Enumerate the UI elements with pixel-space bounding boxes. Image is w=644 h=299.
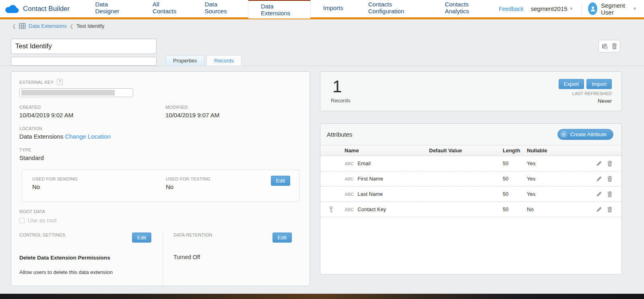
feedback-link[interactable]: Feedback — [499, 6, 523, 12]
trash-icon[interactable] — [607, 160, 613, 167]
nav-item-imports[interactable]: Imports — [311, 0, 356, 17]
top-navbar: Contact Builder Data Designer All Contac… — [0, 0, 644, 17]
used-for-sending-value: No — [32, 183, 166, 190]
delete-permissions-desc: Allow users to delete this data extensio… — [19, 269, 151, 276]
location-value: Data Extensions — [19, 133, 63, 140]
used-for-testing-label: USED FOR TESTING — [166, 176, 211, 181]
attribute-nullable: Yes — [527, 191, 571, 197]
modified-label: MODIFIED — [165, 105, 219, 110]
help-icon[interactable]: ? — [57, 79, 63, 85]
attribute-length: 50 — [503, 191, 527, 197]
records-summary-card: 1 Records Export Import LAST REFRESHED N… — [320, 71, 622, 111]
tab-properties[interactable]: Properties — [165, 55, 204, 66]
external-key-redacted-value — [21, 90, 115, 96]
use-as-root-label: Use as root — [28, 217, 57, 224]
data-retention-label: DATA RETENTION — [173, 233, 213, 237]
records-label: Records — [331, 98, 612, 104]
breadcrumb-current: Test Identify — [76, 23, 104, 29]
edit-pencil-icon[interactable] — [596, 160, 602, 167]
trash-icon[interactable] — [607, 176, 613, 182]
chevron-down-icon: ▼ — [570, 6, 574, 11]
chevron-down-icon: ▼ — [633, 6, 637, 11]
nav-tabs: Data Designer All Contacts Data Sources … — [83, 0, 499, 19]
type-label: TYPE — [19, 147, 301, 152]
primary-key-icon — [329, 206, 333, 213]
user-name: Segment User — [601, 2, 629, 16]
attribute-length: 50 — [503, 206, 527, 212]
title-area: Properties Records — [11, 39, 633, 66]
nav-item-data-sources[interactable]: Data Sources — [192, 0, 248, 17]
attribute-nullable: Yes — [527, 176, 571, 182]
plus-icon: + — [560, 131, 567, 138]
export-button[interactable]: Export — [559, 79, 584, 89]
last-refreshed-label: LAST REFRESHED — [572, 91, 612, 96]
nav-item-all-contacts[interactable]: All Contacts — [140, 0, 192, 17]
change-location-link[interactable]: Change Location — [65, 133, 110, 140]
delete-permissions-title: Delete Data Extension Permissions — [19, 255, 151, 261]
breadcrumb: ❮ Data Extensions ❮ Test Identify — [12, 23, 644, 29]
attributes-table: Name Default Value Length Nullable ABC E… — [320, 145, 621, 274]
app-brand: Contact Builder — [0, 4, 83, 14]
trash-icon[interactable] — [607, 206, 613, 213]
table-row: ABC Last Name 50 Yes — [320, 187, 621, 202]
text-type-icon: ABC — [345, 161, 353, 166]
attribute-nullable: Yes — [527, 160, 571, 166]
corner-toolbar — [599, 40, 620, 52]
modified-value: 10/04/2019 9:07 AM — [165, 112, 219, 118]
create-attribute-button[interactable]: + Create Attribute — [557, 129, 613, 140]
person-icon — [589, 5, 597, 12]
text-type-icon: ABC — [345, 207, 353, 212]
column-header-nullable: Nullable — [527, 147, 571, 154]
page-tab-strip: Properties Records — [165, 55, 242, 66]
edit-pencil-icon[interactable] — [596, 176, 602, 182]
tab-records[interactable]: Records — [206, 55, 241, 66]
external-key-field[interactable] — [19, 88, 133, 97]
column-header-default-value: Default Value — [429, 147, 503, 154]
account-menu[interactable]: segment2015 ▼ — [531, 5, 574, 12]
avatar — [588, 2, 597, 15]
data-extension-name-input[interactable] — [11, 39, 157, 54]
nav-item-data-designer[interactable]: Data Designer — [83, 0, 140, 17]
app-title: Contact Builder — [23, 5, 70, 13]
nav-item-data-extensions[interactable]: Data Extensions — [248, 0, 311, 19]
trash-icon[interactable] — [611, 43, 617, 50]
external-key-label: EXTERNAL KEY — [19, 80, 54, 85]
trash-icon[interactable] — [607, 191, 613, 197]
cloud-logo-icon — [4, 4, 19, 14]
user-menu[interactable]: Segment User ▼ — [588, 2, 637, 16]
text-type-icon: ABC — [345, 176, 353, 181]
properties-panel: EXTERNAL KEY ? CREATED 10/04/2019 9:02 A… — [11, 71, 310, 286]
last-refreshed-value: Never — [598, 98, 612, 104]
nav-item-contacts-analytics[interactable]: Contacts Analytics — [432, 0, 499, 17]
edit-pencil-icon[interactable] — [596, 191, 602, 197]
copy-icon[interactable] — [601, 43, 608, 50]
back-chevron-icon[interactable]: ❮ — [12, 23, 16, 29]
column-header-length: Length — [503, 147, 527, 154]
breadcrumb-parent-link[interactable]: Data Extensions — [29, 23, 67, 29]
edit-control-settings-button[interactable]: Edit — [132, 233, 151, 243]
nav-item-contacts-configuration[interactable]: Contacts Configuration — [356, 0, 432, 17]
created-value: 10/04/2019 9:02 AM — [19, 112, 165, 118]
attribute-name: Contact Key — [357, 206, 386, 212]
table-row: ABC Contact Key 50 No — [320, 202, 621, 217]
data-extension-description-input[interactable] — [11, 57, 157, 66]
edit-data-retention-button[interactable]: Edit — [272, 233, 292, 243]
control-settings-label: CONTROL SETTINGS — [19, 233, 66, 237]
text-type-icon: ABC — [345, 192, 353, 197]
import-button[interactable]: Import — [586, 79, 612, 89]
usage-subcard: USED FOR SENDING No USED FOR TESTING No … — [22, 170, 299, 202]
table-row: ABC First Name 50 Yes — [320, 171, 621, 187]
use-as-root-checkbox[interactable] — [19, 218, 25, 223]
edit-pencil-icon[interactable] — [596, 206, 602, 213]
nav-right-area: Feedback segment2015 ▼ Segment User ▼ — [499, 2, 644, 16]
root-data-label: ROOT DATA — [19, 209, 301, 214]
attribute-length: 50 — [503, 176, 527, 182]
attribute-name: Last Name — [357, 191, 383, 197]
created-label: CREATED — [19, 105, 165, 110]
data-retention-value: Turned Off — [173, 254, 292, 260]
used-for-testing-value: No — [166, 183, 211, 190]
attributes-table-body: ABC Email 50 Yes — [320, 156, 621, 217]
edit-usage-button[interactable]: Edit — [271, 176, 290, 186]
used-for-sending-label: USED FOR SENDING — [32, 176, 166, 181]
data-extension-grid-icon — [19, 23, 26, 29]
